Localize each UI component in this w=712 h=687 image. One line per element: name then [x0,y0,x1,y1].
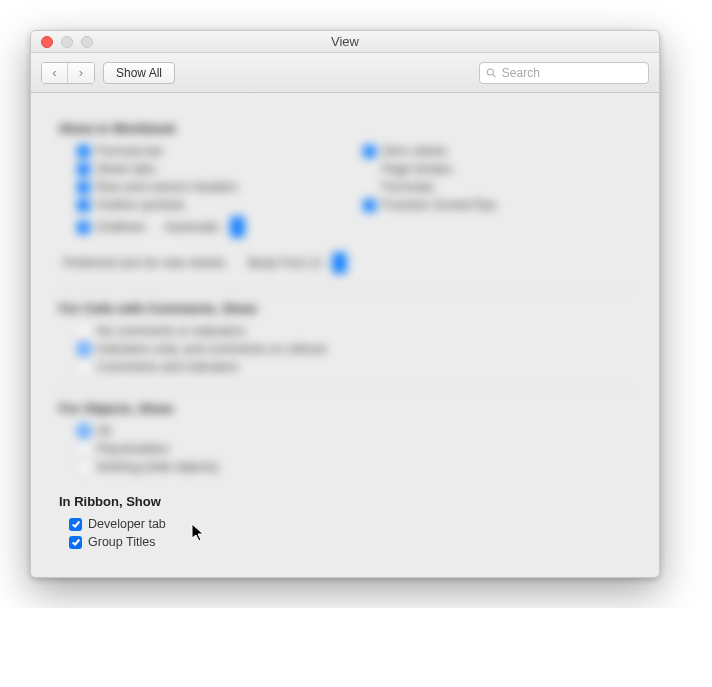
ribbon-section: In Ribbon, Show Developer tab Group Titl… [59,494,631,551]
forward-button[interactable]: › [68,63,94,83]
show-all-button[interactable]: Show All [103,62,175,84]
group-titles-row[interactable]: Group Titles [59,533,631,551]
ribbon-section-title: In Ribbon, Show [59,494,631,509]
toolbar: ‹ › Show All [31,53,659,93]
nav-segment: ‹ › [41,62,95,84]
blurred-region: Show in Workbook Formula bar Sheet tabs … [59,121,631,476]
group-titles-label: Group Titles [88,535,155,549]
svg-line-1 [493,74,496,77]
preferences-window: View ‹ › Show All Show in Workbook Formu… [30,30,660,578]
search-icon [486,67,497,79]
search-input[interactable] [502,66,642,80]
developer-tab-checkbox[interactable] [69,518,82,531]
content-area: Show in Workbook Formula bar Sheet tabs … [31,93,659,577]
titlebar: View [31,31,659,53]
check-icon [71,519,81,529]
developer-tab-label: Developer tab [88,517,166,531]
check-icon [71,537,81,547]
window-title: View [31,34,659,49]
developer-tab-row[interactable]: Developer tab [59,515,631,533]
back-button[interactable]: ‹ [42,63,68,83]
svg-point-0 [487,68,493,74]
search-field[interactable] [479,62,649,84]
group-titles-checkbox[interactable] [69,536,82,549]
